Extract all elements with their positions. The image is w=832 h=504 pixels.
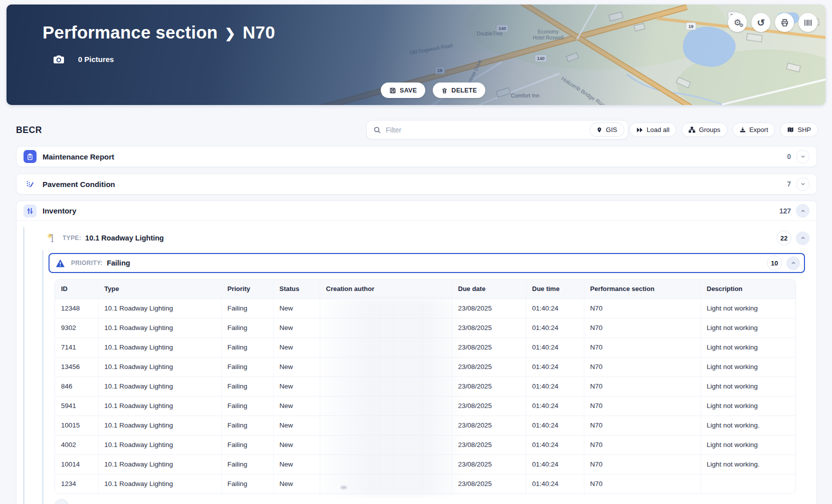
table-cell: 01:40:24	[526, 338, 584, 357]
folded-map-icon	[787, 126, 794, 133]
section-label: Maintenance Report	[43, 152, 114, 161]
table-row[interactable]: 714110.1 Roadway LightingFailingNew23/08…	[55, 338, 796, 357]
fast-forward-icon	[636, 127, 643, 133]
priority-group-header[interactable]: PRIORITY: Failing 10	[49, 253, 805, 273]
expand-button[interactable]	[796, 150, 809, 164]
type-value: 10.1 Roadway Lighting	[85, 234, 164, 242]
section-inventory: Inventory 127 TYPE: 10.1 Roadway Lightin…	[16, 200, 817, 504]
expand-button[interactable]	[796, 178, 809, 191]
shp-button[interactable]: SHP	[780, 122, 818, 137]
search-icon	[373, 126, 381, 134]
section-label: Pavement Condition	[43, 180, 115, 188]
settings-button[interactable]: ⚙⚙	[728, 13, 747, 32]
table-cell: N70	[584, 454, 700, 474]
column-header[interactable]: Priority	[221, 280, 273, 298]
column-header[interactable]: Creation author	[320, 280, 452, 298]
table-row[interactable]: 1001410.1 Roadway LightingFailingNew23/0…	[55, 454, 796, 474]
pavement-condition-header[interactable]: Pavement Condition 7	[17, 174, 816, 194]
table-row[interactable]: 1001510.1 Roadway LightingFailingNew23/0…	[55, 416, 796, 435]
column-header[interactable]: Description	[700, 280, 796, 298]
barcode-button[interactable]	[798, 13, 817, 32]
column-header[interactable]: Status	[273, 280, 320, 298]
export-label: Export	[749, 126, 768, 134]
indent-guide	[42, 250, 44, 504]
table-cell: N70	[584, 474, 700, 494]
table-cell: Failing	[221, 454, 273, 474]
table-row[interactable]: 1234810.1 Roadway LightingFailingNew23/0…	[55, 298, 796, 318]
column-header[interactable]: Performance section	[584, 280, 700, 298]
section-count: 7	[787, 180, 791, 188]
collapse-button[interactable]	[796, 204, 809, 218]
table-cell: Light not working	[700, 338, 796, 357]
delete-button[interactable]: DELETE	[433, 82, 485, 98]
save-label: SAVE	[400, 87, 417, 94]
groups-label: Groups	[699, 126, 720, 134]
indent-guide	[23, 227, 25, 504]
table-cell: 10.1 Roadway Lighting	[98, 474, 221, 494]
type-label: TYPE:	[63, 234, 81, 242]
table-cell	[320, 435, 452, 454]
inventory-header[interactable]: Inventory 127	[17, 201, 816, 221]
table-cell: 10.1 Roadway Lighting	[98, 396, 221, 416]
streetlight-icon	[47, 233, 57, 243]
table-cell: 23/08/2025	[452, 357, 526, 376]
groups-button[interactable]: Groups	[681, 122, 727, 137]
breadcrumb-chevron-icon: ❯	[225, 26, 236, 42]
column-header[interactable]: Due time	[526, 280, 584, 298]
filter-input[interactable]	[386, 126, 621, 134]
warning-triangle-icon	[56, 259, 65, 268]
table-row[interactable]: 1345610.1 Roadway LightingFailingNew23/0…	[55, 357, 796, 376]
table-cell: N70	[584, 435, 700, 454]
table-cell: 01:40:24	[526, 357, 584, 376]
table-cell: 10.1 Roadway Lighting	[98, 298, 221, 318]
table-row[interactable]: 84610.1 Roadway LightingFailingNew23/08/…	[55, 376, 796, 396]
table-cell: N70	[584, 318, 700, 338]
table-cell: 23/08/2025	[452, 318, 526, 338]
load-all-button[interactable]: Load all	[629, 122, 677, 137]
gis-button[interactable]: GIS	[589, 122, 624, 137]
save-icon	[389, 87, 396, 94]
table-cell: 10014	[55, 454, 98, 474]
priority-collapse-button[interactable]	[786, 256, 800, 270]
print-button[interactable]	[775, 13, 794, 32]
table-cell: New	[273, 318, 320, 338]
table-cell: 4002	[55, 435, 98, 454]
column-header[interactable]: Due date	[452, 280, 526, 298]
table-cell: Light not working	[700, 318, 796, 338]
history-button[interactable]: ↺	[751, 13, 770, 32]
column-header[interactable]: Type	[98, 280, 221, 298]
table-cell: Failing	[221, 416, 273, 435]
table-row[interactable]: 400210.1 Roadway LightingFailingNew23/08…	[55, 435, 796, 454]
table-cell: Failing	[221, 474, 273, 494]
clipboard-icon	[24, 150, 37, 163]
table-cell	[320, 454, 452, 474]
table-cell: Failing	[221, 298, 273, 318]
table-cell: 01:40:24	[526, 454, 584, 474]
table-row[interactable]: 123410.1 Roadway LightingFailingNew23/08…	[55, 474, 796, 494]
table-cell: Failing	[221, 338, 273, 357]
next-group-chevron[interactable]	[54, 499, 69, 504]
table-cell: 01:40:24	[526, 435, 584, 454]
table-cell: New	[273, 435, 320, 454]
table-row[interactable]: 930210.1 Roadway LightingFailingNew23/08…	[55, 318, 796, 338]
export-button[interactable]: Export	[732, 122, 775, 137]
pavement-chart-icon	[24, 178, 37, 190]
history-icon: ↺	[757, 17, 765, 28]
table-row[interactable]: 594110.1 Roadway LightingFailingNew23/08…	[55, 396, 796, 416]
type-group-header[interactable]: TYPE: 10.1 Roadway Lighting 22	[47, 230, 809, 246]
table-cell: New	[273, 396, 320, 416]
redacted-author-mark	[341, 486, 347, 489]
section-count: 127	[779, 207, 791, 215]
section-maintenance-report: Maintenance Report 0	[16, 146, 817, 167]
table-cell: 10015	[55, 416, 98, 435]
maintenance-report-header[interactable]: Maintenance Report 0	[17, 146, 816, 166]
type-collapse-button[interactable]	[796, 232, 809, 245]
table-cell	[320, 474, 452, 494]
save-button[interactable]: SAVE	[381, 82, 425, 98]
table-cell: Light not working	[700, 357, 796, 376]
column-header[interactable]: ID	[55, 280, 98, 298]
camera-icon[interactable]	[53, 53, 65, 66]
table-cell: 10.1 Roadway Lighting	[98, 435, 221, 454]
table-header-row: ID Type Priority Status Creation author …	[55, 280, 796, 298]
table-cell: New	[273, 357, 320, 376]
